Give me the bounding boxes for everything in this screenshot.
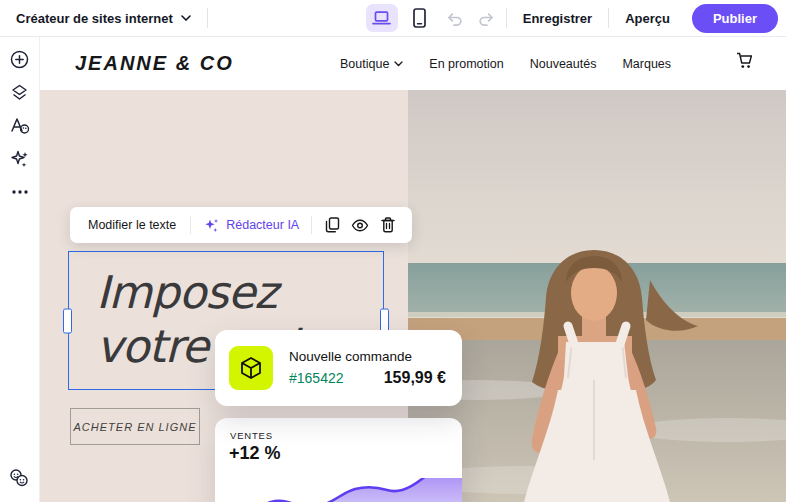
nav-item-boutique[interactable]: Boutique	[340, 57, 403, 71]
ai-writer-button[interactable]: Rédacteur IA	[197, 217, 305, 234]
package-icon	[238, 355, 264, 381]
topbar-divider	[608, 8, 609, 28]
app-menu-button[interactable]: Créateur de sites internet	[0, 0, 207, 36]
hero-photo	[408, 90, 786, 502]
topbar: Créateur de sites internet	[0, 0, 786, 37]
topbar-actions: Enregistrer Aperçu Publier	[366, 4, 786, 33]
desktop-icon	[372, 11, 391, 26]
sales-value: +12 %	[229, 443, 462, 464]
site-nav: Boutique En promotion Nouveautés Marques	[340, 37, 671, 90]
edit-text-button[interactable]: Modifier le texte	[80, 218, 184, 232]
shop-online-button[interactable]: ACHETER EN LIGNE	[70, 408, 200, 445]
package-icon-badge	[229, 346, 273, 390]
visibility-button[interactable]	[346, 211, 374, 239]
delete-button[interactable]	[374, 211, 402, 239]
layers-icon	[10, 83, 29, 102]
layers-button[interactable]	[3, 76, 37, 109]
more-tools-button[interactable]	[3, 175, 37, 208]
add-element-button[interactable]	[3, 43, 37, 76]
resize-handle-left[interactable]	[63, 308, 72, 333]
nav-item-en-promotion[interactable]: En promotion	[429, 57, 503, 71]
add-icon	[10, 50, 29, 69]
undo-icon	[446, 11, 463, 26]
ai-writer-label: Rédacteur IA	[226, 218, 299, 232]
nav-item-marques[interactable]: Marques	[622, 57, 671, 71]
redo-icon	[478, 11, 495, 26]
eye-icon	[351, 219, 369, 232]
order-card-text: Nouvelle commande #165422 159,99 €	[289, 349, 446, 387]
order-amount: 159,99 €	[384, 369, 446, 387]
feedback-icon	[9, 468, 30, 488]
app-menu-label: Créateur de sites internet	[16, 11, 173, 26]
ai-tools-button[interactable]	[3, 142, 37, 175]
duplicate-button[interactable]	[318, 211, 346, 239]
sales-label: VENTES	[230, 430, 462, 441]
order-notification-card[interactable]: Nouvelle commande #165422 159,99 €	[215, 330, 462, 406]
save-button[interactable]: Enregistrer	[513, 11, 602, 26]
nav-item-nouveautes[interactable]: Nouveautés	[530, 57, 597, 71]
site-design-button[interactable]	[3, 109, 37, 142]
order-title: Nouvelle commande	[289, 349, 446, 364]
order-id: #165422	[289, 370, 344, 386]
topbar-divider	[506, 8, 507, 28]
toolbar-divider	[311, 216, 312, 234]
editor-window: Créateur de sites internet	[0, 0, 786, 502]
design-icon	[10, 117, 30, 135]
redo-button[interactable]	[474, 5, 500, 31]
more-icon	[12, 190, 28, 194]
cart-icon	[736, 52, 754, 69]
duplicate-icon	[325, 217, 340, 233]
mobile-icon	[413, 8, 426, 28]
site-canvas: JEANNE & CO Boutique En promotion Nouvea…	[40, 37, 786, 502]
mobile-view-button[interactable]	[404, 4, 436, 32]
topbar-divider	[207, 8, 208, 28]
left-toolbar	[0, 37, 40, 502]
element-toolbar: Modifier le texte Rédacteur IA	[70, 207, 412, 243]
chevron-down-icon	[394, 61, 403, 67]
beach-photo-illustration	[408, 90, 786, 502]
sales-sparkline-chart	[215, 478, 462, 502]
trash-icon	[381, 217, 395, 233]
cart-button[interactable]	[736, 52, 754, 73]
feedback-button[interactable]	[3, 461, 37, 494]
site-header: JEANNE & CO Boutique En promotion Nouvea…	[40, 37, 786, 90]
sparkles-icon	[203, 217, 220, 234]
sales-stats-card[interactable]: VENTES +12 %	[215, 418, 462, 502]
chevron-down-icon	[181, 15, 191, 21]
ai-sparkles-icon	[10, 149, 30, 169]
preview-button[interactable]: Aperçu	[615, 11, 680, 26]
site-logo[interactable]: JEANNE & CO	[75, 52, 234, 75]
desktop-view-button[interactable]	[366, 4, 398, 32]
undo-button[interactable]	[442, 5, 468, 31]
toolbar-divider	[190, 216, 191, 234]
publish-button[interactable]: Publier	[692, 4, 778, 33]
